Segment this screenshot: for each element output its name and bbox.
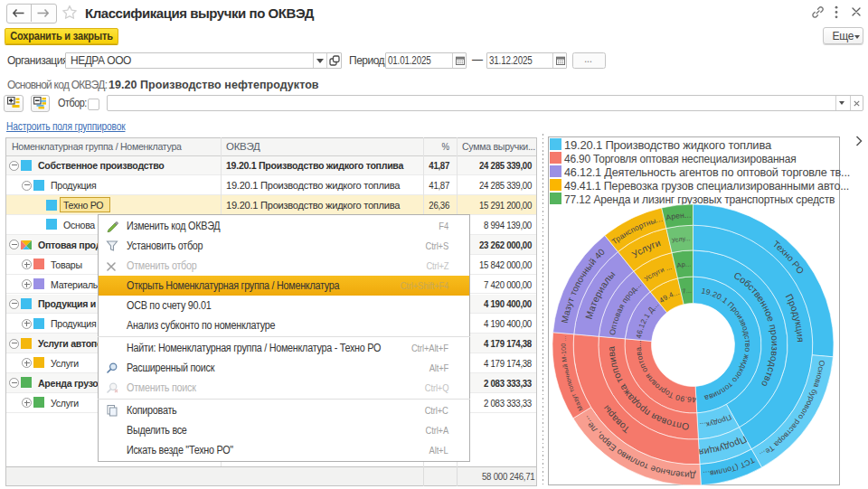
svg-text:7...: 7... (682, 287, 692, 295)
